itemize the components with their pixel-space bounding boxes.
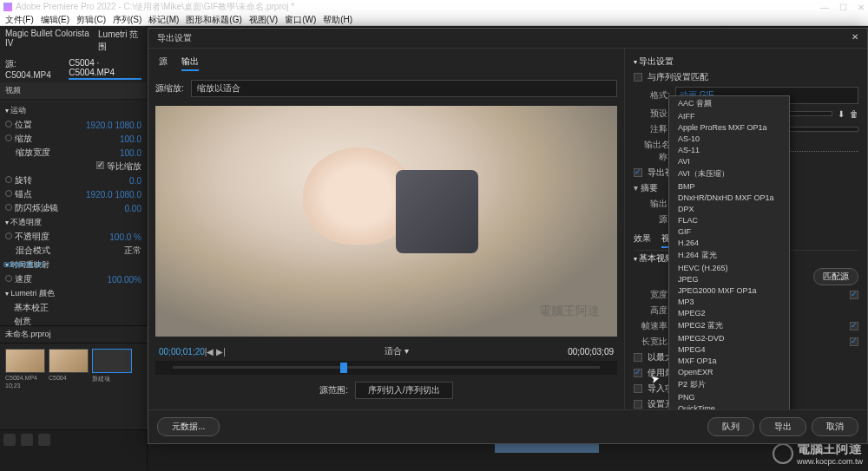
format-option[interactable]: MPEG2 — [669, 307, 789, 318]
prop-position-value[interactable]: 1920.0 1080.0 — [86, 121, 141, 130]
format-dropdown[interactable]: AAC 音频AIFFApple ProRes MXF OP1aAS-10AS-1… — [668, 95, 790, 409]
menu-view[interactable]: 视图(V) — [249, 14, 278, 26]
format-option[interactable]: DNxHR/DNxHD MXF OP1a — [669, 192, 789, 203]
menu-edit[interactable]: 编辑(E) — [41, 14, 69, 26]
queue-button[interactable]: 队列 — [707, 417, 754, 436]
prop-opacity-value[interactable]: 100.0 % — [109, 232, 141, 242]
fps-match-checkbox[interactable] — [850, 322, 858, 330]
tab-effect-controls[interactable]: C5004 · C5004.MP4 — [69, 58, 141, 80]
format-option[interactable]: H.264 — [669, 237, 789, 248]
format-option[interactable]: MP3 — [669, 296, 789, 307]
format-option[interactable]: AVI — [669, 155, 789, 167]
play-controls[interactable]: |◀ ▶| — [205, 347, 226, 357]
format-option[interactable]: H.264 蓝光 — [669, 248, 789, 262]
import-project-checkbox[interactable] — [634, 384, 642, 393]
format-option[interactable]: JPEG2000 MXF OP1a — [669, 285, 789, 296]
tab-effects[interactable]: 效果 — [634, 232, 651, 248]
aspect-match-checkbox[interactable] — [850, 337, 858, 346]
minimize-button[interactable]: — — [820, 3, 829, 12]
format-option[interactable]: Apple ProRes MXF OP1a — [669, 121, 789, 133]
format-option[interactable]: MPEG2-DVD — [669, 332, 789, 343]
export-settings-header[interactable]: 导出设置 — [634, 54, 858, 69]
tool-button[interactable] — [3, 434, 16, 446]
format-option[interactable]: QuickTime — [669, 402, 789, 409]
delete-preset-icon[interactable]: 🗑 — [850, 109, 858, 119]
match-source-button[interactable]: 匹配源 — [813, 268, 858, 285]
format-option[interactable]: AS-10 — [669, 133, 789, 144]
prop-scalew-value[interactable]: 100.0 — [120, 148, 141, 158]
menu-help[interactable]: 帮助(H) — [323, 14, 352, 26]
tab-source[interactable]: 源 — [159, 56, 168, 71]
aspect-label: 长宽比: — [634, 336, 670, 348]
tool-button[interactable] — [21, 434, 33, 446]
source-range-label: 源范围: — [319, 384, 348, 396]
menu-sequence[interactable]: 序列(S) — [113, 14, 141, 26]
export-button[interactable]: 导出 — [760, 417, 806, 436]
format-option[interactable]: OpenEXR — [669, 366, 789, 377]
prop-scale-value[interactable]: 100.0 — [120, 134, 141, 144]
section-motion[interactable]: 运动 — [5, 103, 141, 118]
prop-antiflicker-value[interactable]: 0.00 — [125, 204, 141, 213]
section-opacity[interactable]: 不透明度 — [5, 215, 141, 230]
format-option[interactable]: AS-11 — [669, 144, 789, 155]
maximize-button[interactable]: ☐ — [839, 3, 847, 12]
playhead-icon[interactable] — [340, 363, 347, 373]
format-option[interactable]: JPEG — [669, 273, 789, 285]
export-video-checkbox[interactable] — [634, 168, 642, 177]
menu-window[interactable]: 窗口(W) — [285, 14, 316, 26]
format-option[interactable]: MPEG4 — [669, 343, 789, 355]
section-lumetri[interactable]: Lumetri 颜色 — [5, 286, 141, 301]
prop-uniform-label[interactable]: 等比缩放 — [107, 161, 141, 171]
timecode-in[interactable]: 00;00;01;20 — [159, 347, 205, 357]
format-option[interactable]: MPEG2 蓝光 — [669, 318, 789, 332]
format-option[interactable]: PNG — [669, 391, 789, 402]
set-start-tc-checkbox[interactable] — [634, 400, 642, 409]
prop-scalew-label: 缩放宽度 — [5, 147, 50, 159]
format-option[interactable]: BMP — [669, 180, 789, 192]
cancel-button[interactable]: 取消 — [812, 417, 858, 436]
format-option[interactable]: GIF — [669, 226, 789, 237]
tab-lumetri-scope[interactable]: Lumetri 范围 — [98, 29, 141, 53]
format-option[interactable]: AVI（未压缩） — [669, 167, 789, 180]
project-tab[interactable]: 未命名.prproj — [0, 326, 148, 343]
dialog-close-icon[interactable]: ✕ — [852, 32, 858, 44]
timecode-out[interactable]: 00;00;03;09 — [568, 347, 614, 357]
format-option[interactable]: HEVC (H.265) — [669, 262, 789, 273]
menu-graphics[interactable]: 图形和标题(G) — [186, 14, 241, 26]
tab-source-clip[interactable]: 源: C5004.MP4 — [5, 58, 60, 80]
prop-blend-value[interactable]: 正常 — [124, 245, 141, 257]
max-depth-checkbox[interactable] — [634, 353, 642, 362]
format-option[interactable]: MXF OP1a — [669, 355, 789, 366]
format-option[interactable]: AAC 音频 — [669, 96, 789, 110]
project-item[interactable]: C5004 — [49, 349, 89, 389]
format-option[interactable]: P2 影片 — [669, 377, 789, 391]
close-button[interactable]: ✕ — [858, 3, 865, 12]
menu-marker[interactable]: 标记(M) — [148, 14, 179, 26]
project-item[interactable]: C5004.MP410;23 — [5, 349, 45, 389]
source-range-select[interactable]: 序列切入/序列切出 — [355, 382, 453, 399]
project-item[interactable]: 新建项 — [92, 349, 132, 389]
watermark-text: 電腦王阿達 — [539, 304, 600, 319]
prop-anchor-value[interactable]: 1920.0 1080.0 — [86, 190, 141, 200]
format-option[interactable]: AIFF — [669, 110, 789, 121]
format-option[interactable]: FLAC — [669, 214, 789, 226]
timeline-clip[interactable] — [495, 444, 599, 453]
save-preset-icon[interactable]: ⬇ — [838, 109, 845, 119]
prop-rotation-value[interactable]: 0.0 — [129, 176, 141, 186]
max-quality-checkbox[interactable] — [634, 369, 642, 377]
timeline-tools — [0, 430, 148, 471]
tab-output[interactable]: 输出 — [181, 56, 199, 71]
metadata-button[interactable]: 元数据... — [157, 417, 220, 436]
lumetri-basic[interactable]: 基本校正 — [5, 302, 49, 314]
match-sequence-checkbox[interactable] — [634, 73, 642, 82]
tool-button[interactable] — [38, 434, 50, 446]
source-scale-select[interactable]: 缩放以适合 — [191, 80, 617, 97]
menu-file[interactable]: 文件(F) — [5, 14, 34, 26]
format-option[interactable]: DPX — [669, 203, 789, 214]
prop-anchor-label: 锚点 — [15, 189, 32, 199]
tab-colorista[interactable]: Magic Bullet Colorista IV — [5, 29, 89, 53]
width-match-checkbox[interactable] — [850, 291, 858, 299]
menu-clip[interactable]: 剪辑(C) — [76, 14, 106, 26]
scrub-bar[interactable] — [155, 361, 617, 375]
prop-speed-value[interactable]: 100.00% — [108, 275, 141, 285]
